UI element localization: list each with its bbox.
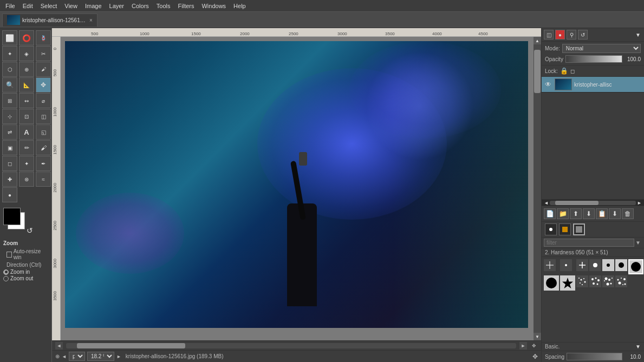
layers-scroll-left[interactable]: ◄	[543, 200, 550, 206]
blend-tool[interactable]: ◱	[36, 124, 51, 140]
transform-tool[interactable]: ↭	[19, 93, 34, 108]
auto-resize-checkbox-row[interactable]: Auto-resize win	[3, 247, 48, 261]
layers-icon[interactable]: ◫	[544, 30, 554, 40]
brush-grid-item-1[interactable]	[544, 259, 556, 271]
scroll-down-arrow[interactable]: ▼	[534, 333, 541, 340]
image-tab[interactable]: kristopher-allison-125616.jpg ×	[2, 14, 97, 27]
tab-close-button[interactable]: ×	[89, 17, 93, 23]
canvas-image[interactable]	[65, 41, 528, 328]
brush-grid-item-5[interactable]	[602, 259, 614, 271]
brush-grid-item-6[interactable]	[615, 259, 627, 271]
unit-selector[interactable]: px	[69, 352, 85, 361]
rectangle-select-tool[interactable]: ⬜	[2, 30, 17, 45]
scroll-right-small[interactable]: ►	[116, 354, 121, 359]
layer-item-0[interactable]: 👁 kristopher-allisc	[542, 77, 644, 93]
menu-select[interactable]: Select	[37, 2, 61, 10]
menu-filters[interactable]: Filters	[175, 2, 198, 10]
merge-layer-button[interactable]: ⬇	[609, 208, 621, 219]
zoom-out-radio[interactable]	[3, 276, 9, 281]
select-by-color-tool[interactable]: ◈	[19, 46, 34, 61]
brush-filter-input[interactable]	[544, 239, 634, 247]
smudge-tool[interactable]: ≈	[36, 172, 51, 187]
panel-menu-arrow[interactable]: ▼	[634, 31, 642, 39]
airbrush-tool[interactable]: ✦	[19, 156, 34, 171]
clone-tool[interactable]: ⊛	[19, 172, 34, 187]
zoom-in-radio[interactable]	[3, 269, 9, 275]
brush-grid-scatter-1[interactable]	[576, 275, 588, 287]
scroll-right-arrow[interactable]: ►	[519, 342, 527, 350]
channels-icon[interactable]: ●	[555, 30, 565, 40]
brush-grid-scatter-4[interactable]	[615, 275, 627, 287]
foreground-color[interactable]	[3, 208, 21, 225]
canvas-viewport[interactable]: ▲ ▼	[61, 37, 541, 340]
layers-scrollbar[interactable]: ◄ ►	[542, 199, 644, 206]
horizontal-scrollbar-thumb[interactable]	[77, 343, 185, 348]
layers-scrollbar-track[interactable]	[550, 201, 636, 205]
brush-filter-arrow[interactable]: ▼	[634, 240, 642, 246]
eraser-tool[interactable]: ◻	[2, 156, 17, 171]
menu-image[interactable]: Image	[82, 2, 105, 10]
menu-file[interactable]: File	[2, 2, 18, 10]
foreground-select-tool[interactable]: ⬡	[2, 62, 17, 77]
dodge-burn-tool[interactable]: ●	[2, 187, 17, 202]
brush-grid-item-selected[interactable]	[628, 259, 643, 274]
brush-grid-scatter-2[interactable]	[589, 275, 601, 287]
menu-tools[interactable]: Tools	[153, 2, 174, 10]
brush-category-arrow[interactable]: ▼	[635, 344, 641, 350]
paint-select-tool[interactable]: 🖌	[36, 62, 51, 77]
paths-icon[interactable]: ⚲	[567, 30, 576, 40]
menu-windows[interactable]: Windows	[198, 2, 229, 10]
zoom-out-option[interactable]: Zoom out	[3, 275, 48, 281]
open-layer-button[interactable]: 📁	[557, 208, 569, 219]
unified-transform-tool[interactable]: ◫	[36, 109, 51, 124]
ink-tool[interactable]: ✒	[36, 156, 51, 171]
brush-preset-orange[interactable]	[559, 223, 571, 235]
zoom-tool[interactable]: 🔍	[2, 77, 17, 93]
layer-visibility-toggle[interactable]: 👁	[544, 80, 552, 89]
layers-scroll-right[interactable]: ►	[636, 200, 643, 206]
menu-view[interactable]: View	[61, 2, 81, 10]
duplicate-layer-button[interactable]: 📋	[596, 208, 608, 219]
brush-grid-scatter-3[interactable]	[602, 275, 614, 287]
flip-tool[interactable]: ⇌	[2, 124, 17, 140]
brush-grid-item-2[interactable]	[560, 259, 572, 271]
ellipse-select-tool[interactable]: ⭕	[19, 30, 34, 45]
measure-tool[interactable]: 📐	[19, 77, 34, 93]
brush-grid-item-3[interactable]	[576, 259, 588, 271]
opacity-slider[interactable]	[565, 55, 622, 63]
scroll-left-arrow[interactable]: ◄	[55, 342, 63, 350]
scroll-left-small[interactable]: ◄	[62, 354, 67, 359]
cage-transform-tool[interactable]: ⊡	[19, 109, 34, 124]
undo-icon[interactable]: ↺	[578, 30, 588, 40]
scroll-up-arrow[interactable]: ▲	[534, 37, 541, 44]
vertical-scrollbar[interactable]: ▲ ▼	[534, 37, 541, 340]
blend-mode-selector[interactable]: Normal	[562, 44, 641, 53]
menu-help[interactable]: Help	[230, 2, 249, 10]
brush-preset-white-dot[interactable]	[545, 223, 557, 235]
horizontal-scrollbar[interactable]	[66, 343, 516, 348]
bucket-fill-tool[interactable]: ▣	[2, 140, 17, 155]
free-select-tool[interactable]: 🪢	[36, 30, 51, 45]
lock-paint-icon[interactable]: 🔒	[560, 67, 568, 75]
new-layer-button[interactable]: 📄	[544, 208, 556, 219]
raise-layer-button[interactable]: ⬆	[570, 208, 582, 219]
reset-colors[interactable]: ↺	[27, 226, 33, 235]
zoom-in-option[interactable]: Zoom in	[3, 269, 48, 275]
fuzzy-select-tool[interactable]: ✦	[2, 46, 17, 61]
lower-layer-button[interactable]: ⬇	[583, 208, 595, 219]
zoom-level-selector[interactable]: 18.2 %	[87, 352, 114, 361]
menu-layer[interactable]: Layer	[106, 2, 128, 10]
menu-colors[interactable]: Colors	[128, 2, 152, 10]
brush-grid-item-7[interactable]	[544, 275, 559, 291]
paths-tool[interactable]: ⊕	[19, 62, 34, 77]
lock-alpha-icon[interactable]: ◻	[570, 68, 575, 74]
warp-tool[interactable]: ⌀	[36, 93, 51, 108]
text-tool[interactable]: A	[19, 124, 34, 140]
menu-edit[interactable]: Edit	[19, 2, 36, 10]
alignment-tool[interactable]: ⊞	[2, 93, 17, 108]
spacing-slider[interactable]	[567, 353, 622, 360]
paintbrush-tool[interactable]: 🖌	[36, 140, 51, 155]
handle-transform-tool[interactable]: ⊹	[2, 109, 17, 124]
pencil-tool[interactable]: ✏	[19, 140, 34, 155]
scissors-select-tool[interactable]: ✂	[36, 46, 51, 61]
